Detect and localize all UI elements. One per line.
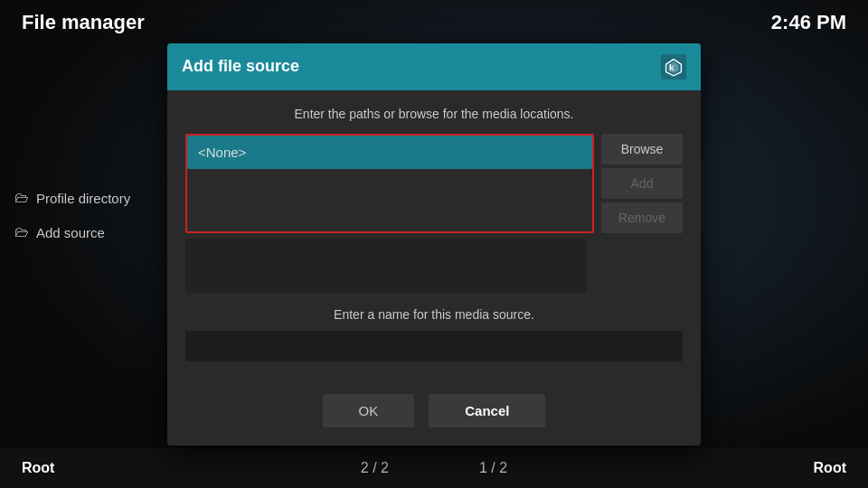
name-label: Enter a name for this media source.: [185, 307, 683, 322]
add-button[interactable]: Add: [601, 168, 683, 199]
dialog-subtitle: Enter the paths or browse for the media …: [185, 107, 683, 121]
path-input[interactable]: [187, 136, 592, 169]
path-input-row: Browse Add Remove: [185, 134, 683, 233]
dialog-body: Enter the paths or browse for the media …: [167, 90, 701, 378]
sources-list: [185, 239, 587, 293]
cancel-button[interactable]: Cancel: [429, 394, 545, 427]
add-file-source-dialog: Add file source k Enter the paths or bro…: [167, 43, 701, 446]
dialog-footer: OK Cancel: [167, 378, 701, 446]
name-input[interactable]: [185, 331, 683, 361]
dialog-title: Add file source: [182, 57, 299, 76]
side-buttons: Browse Add Remove: [601, 134, 683, 233]
dialog-header: Add file source k: [167, 43, 701, 90]
remove-button[interactable]: Remove: [601, 202, 683, 233]
name-section: Enter a name for this media source.: [185, 307, 683, 361]
modal-overlay: Add file source k Enter the paths or bro…: [0, 0, 868, 488]
ok-button[interactable]: OK: [323, 394, 415, 427]
sources-container: [185, 239, 683, 293]
kodi-logo-icon: k: [661, 54, 686, 80]
path-input-wrapper: [185, 134, 594, 233]
browse-button[interactable]: Browse: [601, 134, 683, 164]
spacer: [594, 239, 683, 293]
svg-text:k: k: [669, 62, 675, 72]
